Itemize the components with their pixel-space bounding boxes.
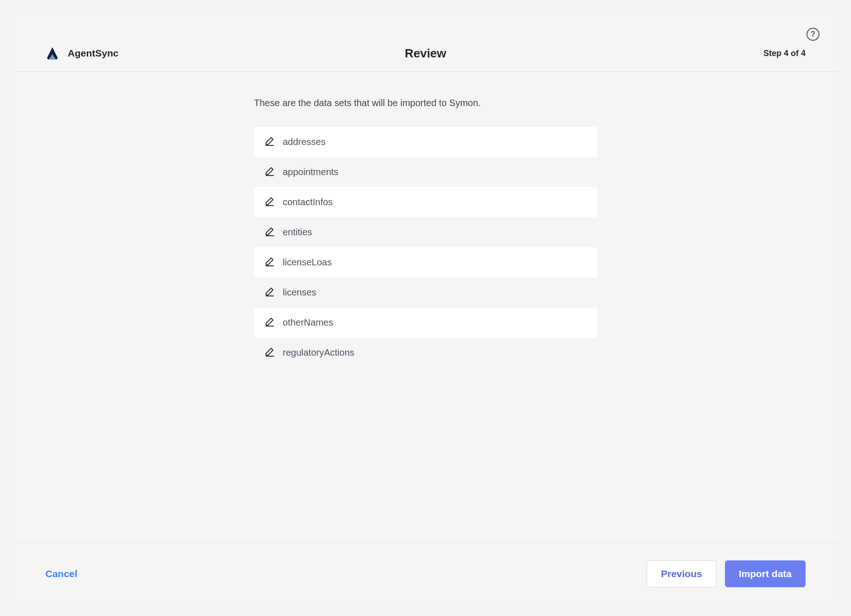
edit-icon: [264, 286, 275, 299]
dataset-item-label: addresses: [283, 137, 325, 147]
edit-icon: [264, 195, 275, 209]
dataset-item-label: appointments: [283, 167, 338, 177]
dataset-item-label: licenseLoas: [283, 257, 332, 268]
edit-icon: [264, 135, 275, 149]
dataset-item[interactable]: regulatoryActions: [254, 338, 597, 368]
dataset-item-label: otherNames: [283, 317, 333, 328]
dataset-item[interactable]: appointments: [254, 157, 597, 187]
content-description: These are the data sets that will be imp…: [254, 98, 597, 108]
edit-icon: [264, 226, 275, 239]
modal-footer: Cancel Previous Import data: [13, 542, 838, 607]
dataset-item-label: contactInfos: [283, 197, 333, 207]
help-icon: ?: [811, 30, 815, 39]
dataset-item[interactable]: contactInfos: [254, 187, 597, 217]
dataset-item[interactable]: licenses: [254, 277, 597, 308]
cancel-button[interactable]: Cancel: [45, 568, 77, 579]
dataset-item-label: licenses: [283, 287, 316, 298]
header-left: AgentSync: [45, 46, 119, 60]
edit-icon: [264, 316, 275, 329]
dataset-item[interactable]: otherNames: [254, 308, 597, 338]
dataset-item[interactable]: entities: [254, 217, 597, 247]
dataset-item-label: entities: [283, 227, 312, 238]
modal-content: These are the data sets that will be imp…: [13, 72, 838, 542]
review-modal: ? AgentSync Review Step 4 of 4 These are…: [13, 9, 838, 607]
modal-header: AgentSync Review Step 4 of 4: [13, 9, 838, 72]
edit-icon: [264, 256, 275, 269]
app-name: AgentSync: [68, 48, 119, 59]
dataset-item[interactable]: addresses: [254, 127, 597, 157]
dataset-list: addresses appointments contactInfos enti…: [254, 127, 597, 368]
previous-button[interactable]: Previous: [647, 560, 717, 587]
help-button[interactable]: ?: [807, 28, 819, 41]
page-title: Review: [405, 46, 446, 61]
dataset-item-label: regulatoryActions: [283, 347, 355, 358]
edit-icon: [264, 346, 275, 359]
step-indicator: Step 4 of 4: [763, 49, 806, 58]
dataset-item[interactable]: licenseLoas: [254, 247, 597, 277]
import-data-button[interactable]: Import data: [725, 560, 806, 587]
edit-icon: [264, 165, 275, 179]
agentsync-logo-icon: [45, 46, 59, 60]
